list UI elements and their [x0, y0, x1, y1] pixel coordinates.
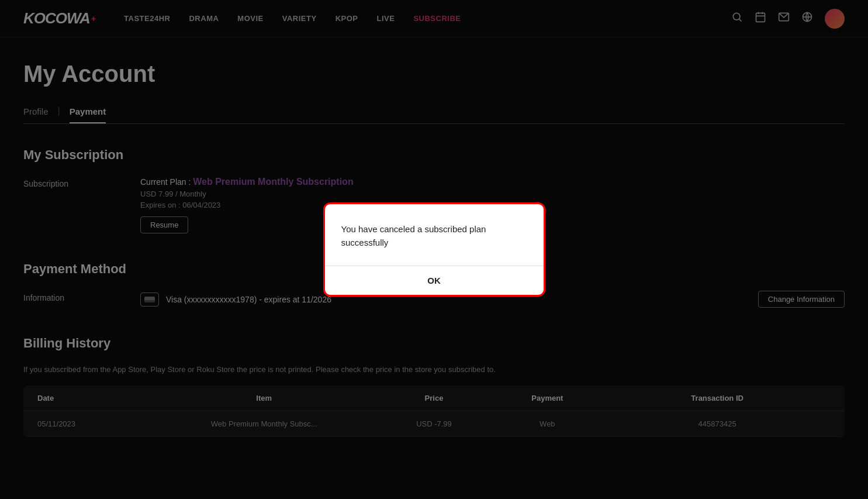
modal-ok-button[interactable]: OK — [341, 266, 527, 295]
modal-message: You have canceled a subscribed plan succ… — [341, 223, 527, 249]
modal-overlay[interactable]: You have canceled a subscribed plan succ… — [0, 0, 868, 499]
modal-dialog: You have canceled a subscribed plan succ… — [323, 202, 545, 297]
